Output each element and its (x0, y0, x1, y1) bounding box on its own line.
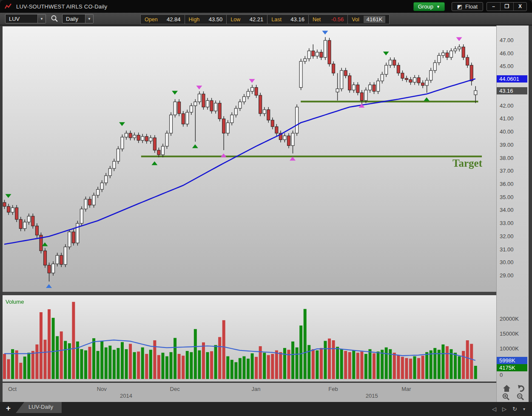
app-window: LUV-SOUTHWEST AIRLS CO-Daily Group ▼ ◩ F… (0, 0, 532, 416)
chart-logo-icon (5, 3, 12, 9)
prev-chart-button[interactable]: ◁ (492, 406, 496, 412)
month-label: Dec (170, 386, 180, 392)
volume-last-badge: 4175K (497, 364, 527, 371)
volume-pane-label: Volume (6, 299, 24, 305)
chevron-down-icon[interactable]: ▼ (85, 14, 93, 23)
target-annotation: Target (430, 157, 482, 169)
tab-menu-icon[interactable]: ▾ (523, 407, 525, 411)
price-axis[interactable]: 47.0046.0045.0044.0043.0042.0041.0040.00… (496, 26, 529, 402)
price-axis-label: 47.00 (500, 37, 514, 43)
chevron-down-icon[interactable]: ▼ (37, 14, 46, 23)
window-controls: – ❐ X (486, 2, 527, 11)
quote-high: High 43.50 (185, 15, 227, 24)
month-label: Oct (8, 386, 17, 392)
tab-luv-daily[interactable]: LUV-Daily (16, 402, 62, 413)
price-axis-label: 38.00 (500, 155, 514, 161)
last-price-badge: 43.16 (497, 87, 527, 94)
zoom-in-icon[interactable] (502, 393, 510, 401)
year-label: 2014 (120, 393, 132, 399)
symbol-combo[interactable]: LUV ▼ (5, 14, 46, 23)
search-button[interactable] (49, 14, 60, 23)
year-label: 2015 (366, 393, 378, 399)
price-axis-label: 37.00 (500, 168, 514, 174)
tab-bar: + LUV-Daily ◁ ▷ ↻ ▾ (0, 402, 532, 416)
undo-icon[interactable] (518, 385, 525, 392)
quote-bar: Open 42.84 High 43.50 Low 42.21 Last 43.… (140, 14, 390, 24)
price-axis-label: 30.00 (500, 259, 514, 265)
group-button[interactable]: Group ▼ (413, 2, 445, 11)
minimize-button[interactable]: – (487, 3, 500, 11)
search-icon (51, 15, 58, 23)
volume-ma-badge: 5998K (497, 357, 527, 364)
price-axis-label: 29.00 (500, 272, 514, 279)
next-chart-button[interactable]: ▷ (502, 406, 506, 412)
price-axis-label: 41.00 (500, 115, 514, 122)
chevron-down-icon: ▼ (436, 5, 440, 9)
float-icon: ◩ (457, 4, 462, 9)
price-axis-label: 46.00 (500, 50, 514, 57)
quote-low: Low 42.21 (226, 15, 267, 24)
quote-vol: Vol 4161K (347, 15, 389, 24)
maximize-button[interactable]: ❐ (500, 3, 513, 11)
ma-value-badge: 44.0601 (497, 75, 527, 83)
chart-region: Volume Target 47.0046.0045.0044.0043.004… (0, 26, 532, 402)
close-button[interactable]: X (513, 3, 526, 11)
month-label: Jan (252, 386, 261, 392)
price-axis-label: 33.00 (500, 220, 514, 226)
quote-net: Net -0.56 (308, 15, 347, 24)
volume-axis-label: 20000K (500, 316, 519, 322)
chart-nav-icons (500, 385, 529, 402)
price-axis-label: 35.00 (500, 194, 514, 200)
price-axis-label: 40.00 (500, 128, 514, 135)
price-axis-label: 39.00 (500, 142, 514, 148)
price-axis-label: 32.00 (500, 233, 514, 239)
window-title: LUV-SOUTHWEST AIRLS CO-Daily (16, 3, 107, 10)
price-axis-label: 42.00 (500, 103, 514, 109)
month-label: Mar (401, 386, 411, 392)
volume-axis-label: 10000K (500, 345, 519, 352)
float-button[interactable]: ◩ Float (452, 2, 483, 11)
month-label: Feb (328, 386, 338, 392)
refresh-icon[interactable]: ↻ (512, 406, 517, 412)
price-axis-label: 45.00 (500, 63, 514, 69)
volume-axis-label: 15000K (500, 331, 519, 337)
quote-last: Last 43.16 (267, 15, 308, 24)
price-axis-label: 34.00 (500, 207, 514, 213)
toolbar: LUV ▼ Daily ▼ Open 42.84 High 43.50 Low (0, 13, 532, 26)
price-volume-chart[interactable] (3, 26, 496, 383)
month-label: Nov (97, 386, 107, 392)
home-icon[interactable] (503, 385, 510, 392)
time-axis[interactable]: OctNovDecJanFebMar20142015 (3, 382, 496, 402)
quote-open: Open 42.84 (141, 15, 185, 24)
period-combo[interactable]: Daily ▼ (62, 14, 94, 23)
price-axis-label: 31.00 (500, 246, 514, 253)
volume-axis-label: 0 (500, 372, 503, 378)
add-tab-button[interactable]: + (6, 404, 11, 413)
price-axis-label: 36.00 (500, 181, 514, 187)
zoom-out-icon[interactable] (517, 393, 524, 401)
title-bar: LUV-SOUTHWEST AIRLS CO-Daily Group ▼ ◩ F… (0, 0, 532, 13)
